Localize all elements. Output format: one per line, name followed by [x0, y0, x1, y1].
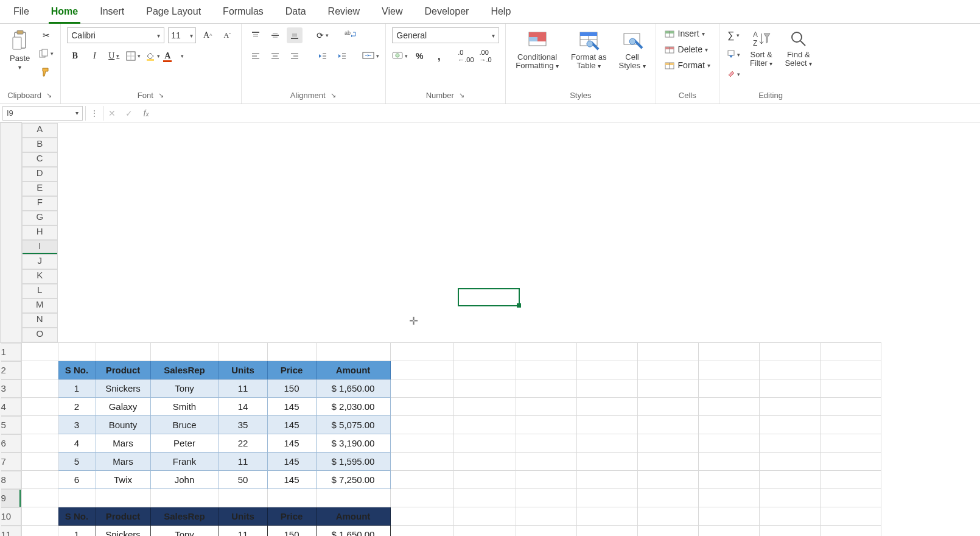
cell-G10[interactable]: Amount: [316, 507, 390, 526]
cell-E9[interactable]: [219, 489, 267, 507]
cell-C7[interactable]: Mars: [96, 453, 150, 471]
cell-L2[interactable]: [637, 361, 698, 379]
cell-M1[interactable]: [698, 342, 759, 361]
cell-J9[interactable]: [516, 489, 576, 507]
tab-formulas[interactable]: Formulas: [220, 2, 266, 23]
align-bottom-button[interactable]: [287, 27, 303, 43]
align-top-button[interactable]: [248, 27, 264, 43]
font-size-select[interactable]: 11▾: [168, 27, 196, 43]
col-header-G[interactable]: G: [22, 211, 58, 225]
align-center-button[interactable]: [267, 48, 283, 64]
cell-H8[interactable]: [390, 471, 453, 489]
cell-E1[interactable]: [219, 342, 267, 361]
format-as-table-button[interactable]: Format asTable ▾: [567, 27, 611, 73]
name-box[interactable]: I9▾: [2, 106, 83, 121]
row-header-1[interactable]: 1: [1, 343, 21, 361]
cell-D9[interactable]: [150, 489, 219, 507]
cell-K8[interactable]: [576, 471, 637, 489]
cell-L1[interactable]: [637, 342, 698, 361]
cell-B4[interactable]: 2: [58, 398, 96, 416]
tab-developer[interactable]: Developer: [422, 2, 471, 23]
col-header-A[interactable]: A: [22, 123, 58, 138]
increase-decimal-button[interactable]: .0←.00: [458, 48, 474, 64]
cell-J3[interactable]: [516, 379, 576, 398]
cell-G4[interactable]: $ 2,030.00: [316, 398, 390, 416]
cell-B11[interactable]: 1: [58, 526, 96, 537]
cell-J8[interactable]: [516, 471, 576, 489]
cell-F7[interactable]: 145: [267, 453, 316, 471]
col-header-K[interactable]: K: [22, 269, 58, 284]
cell-O9[interactable]: [820, 489, 881, 507]
decrease-indent-button[interactable]: [315, 48, 331, 64]
cell-L10[interactable]: [637, 507, 698, 526]
cell-C10[interactable]: Product: [96, 507, 150, 526]
cell-E10[interactable]: Units: [219, 507, 267, 526]
cell-H6[interactable]: [390, 434, 453, 453]
cell-H2[interactable]: [390, 361, 453, 379]
cell-A11[interactable]: [21, 526, 58, 537]
number-launcher[interactable]: ↘: [458, 91, 466, 99]
enter-formula-button[interactable]: ✓: [121, 108, 138, 118]
align-left-button[interactable]: [248, 48, 264, 64]
cell-F10[interactable]: Price: [267, 507, 316, 526]
cell-A7[interactable]: [21, 453, 58, 471]
cell-O3[interactable]: [820, 379, 881, 398]
cell-J6[interactable]: [516, 434, 576, 453]
row-header-5[interactable]: 5: [1, 416, 21, 434]
fill-button[interactable]: [726, 47, 741, 63]
cell-F4[interactable]: 145: [267, 398, 316, 416]
cell-H1[interactable]: [390, 342, 453, 361]
paste-button[interactable]: Paste▾: [6, 27, 33, 74]
cell-M8[interactable]: [698, 471, 759, 489]
cell-O6[interactable]: [820, 434, 881, 453]
cell-H4[interactable]: [390, 398, 453, 416]
cell-M4[interactable]: [698, 398, 759, 416]
cell-A2[interactable]: [21, 361, 58, 379]
cell-B6[interactable]: 4: [58, 434, 96, 453]
cell-B10[interactable]: S No.: [58, 507, 96, 526]
grid[interactable]: A B C D E F G H I J K L M N O 12S No.Pro…: [0, 122, 881, 536]
row-header-8[interactable]: 8: [1, 471, 21, 489]
cell-O11[interactable]: [820, 526, 881, 537]
cell-H3[interactable]: [390, 379, 453, 398]
tab-help[interactable]: Help: [488, 2, 513, 23]
cell-L5[interactable]: [637, 416, 698, 434]
cell-N1[interactable]: [759, 342, 820, 361]
cell-C11[interactable]: Snickers: [96, 526, 150, 537]
cell-I11[interactable]: [453, 526, 516, 537]
cell-G6[interactable]: $ 3,190.00: [316, 434, 390, 453]
align-middle-button[interactable]: [267, 27, 283, 43]
row-header-11[interactable]: 11: [1, 526, 21, 537]
bold-button[interactable]: B: [67, 48, 83, 64]
col-header-M[interactable]: M: [22, 298, 58, 313]
cell-O7[interactable]: [820, 453, 881, 471]
font-name-select[interactable]: Calibri▾: [67, 27, 164, 43]
underline-button[interactable]: U: [106, 48, 122, 64]
cell-I10[interactable]: [453, 507, 516, 526]
cell-E3[interactable]: 11: [219, 379, 267, 398]
cell-C4[interactable]: Galaxy: [96, 398, 150, 416]
increase-indent-button[interactable]: [334, 48, 350, 64]
cell-G8[interactable]: $ 7,250.00: [316, 471, 390, 489]
cell-K2[interactable]: [576, 361, 637, 379]
cell-D1[interactable]: [150, 342, 219, 361]
autosum-button[interactable]: ∑: [726, 27, 741, 43]
cell-O10[interactable]: [820, 507, 881, 526]
cell-I1[interactable]: [453, 342, 516, 361]
cell-K4[interactable]: [576, 398, 637, 416]
cell-M11[interactable]: [698, 526, 759, 537]
cell-F2[interactable]: Price: [267, 361, 316, 379]
cell-N11[interactable]: [759, 526, 820, 537]
cell-E6[interactable]: 22: [219, 434, 267, 453]
cell-E8[interactable]: 50: [219, 471, 267, 489]
cell-I8[interactable]: [453, 471, 516, 489]
col-header-O[interactable]: O: [22, 328, 58, 342]
col-header-F[interactable]: F: [22, 196, 58, 211]
cell-C2[interactable]: Product: [96, 361, 150, 379]
cell-C8[interactable]: Twix: [96, 471, 150, 489]
cell-D6[interactable]: Peter: [150, 434, 219, 453]
cell-F1[interactable]: [267, 342, 316, 361]
col-header-B[interactable]: B: [22, 138, 58, 152]
sort-filter-button[interactable]: AZ Sort &Filter ▾: [746, 27, 777, 71]
col-header-D[interactable]: D: [22, 167, 58, 182]
